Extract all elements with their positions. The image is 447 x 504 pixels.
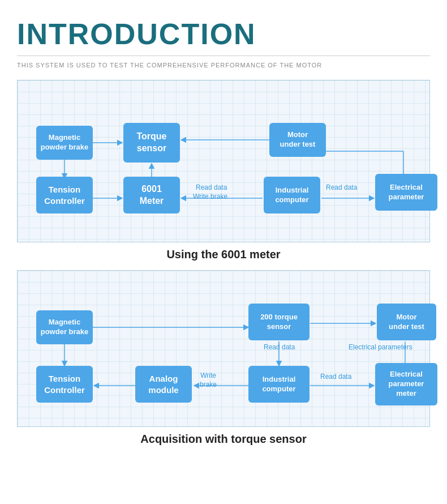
diagram1-section: Magneticpowder brake Torquesensor Motoru…	[17, 80, 430, 242]
page: INTRODUCTION THIS SYSTEM IS USED TO TEST…	[0, 0, 447, 466]
box-magnetic-brake-1: Magneticpowder brake	[36, 126, 93, 160]
box-6001-meter: 6001Meter	[123, 177, 180, 213]
title-divider	[17, 55, 430, 56]
label-read-data-2: Read data	[326, 183, 357, 193]
label-read-data-4: Read data	[320, 373, 351, 382]
box-torque-sensor-1: Torquesensor	[123, 123, 180, 163]
diagram2-wrap: Magneticpowder brake 200 torquesensor Mo…	[26, 282, 421, 418]
box-tension-controller-2: TensionController	[36, 366, 93, 403]
box-tension-controller-1: TensionController	[36, 177, 93, 213]
diagram1-title: Using the 6001 meter	[17, 248, 430, 261]
label-read-data-3: Read data	[264, 343, 295, 352]
box-industrial-computer-2: Industrialcomputer	[248, 366, 310, 403]
box-motor-under-test-2: Motorunder test	[377, 304, 436, 340]
box-electrical-parameter-1: Electricalparameter	[375, 174, 437, 211]
box-magnetic-brake-2: Magneticpowder brake	[36, 310, 93, 344]
label-read-data-1: Read data	[196, 183, 227, 193]
diagram2-title: Acquisition with torque sensor	[17, 433, 430, 446]
box-electrical-parameter-meter: Electricalparametermeter	[375, 363, 437, 405]
diagram1-wrap: Magneticpowder brake Torquesensor Motoru…	[26, 92, 421, 233]
diagram2-section: Magneticpowder brake 200 torquesensor Mo…	[17, 270, 430, 427]
page-title: INTRODUCTION	[17, 17, 430, 51]
box-motor-under-test-1: Motorunder test	[269, 123, 326, 157]
label-write-brake-2: Writebrake	[200, 371, 217, 389]
page-subtitle: THIS SYSTEM IS USED TO TEST THE COMPREHE…	[17, 62, 430, 69]
label-electrical-params: Electrical parameters	[349, 343, 412, 352]
box-200-torque-sensor: 200 torquesensor	[248, 304, 310, 340]
box-analog-module: Analogmodule	[135, 366, 192, 403]
box-industrial-computer-1: Industrialcomputer	[264, 177, 320, 213]
label-write-brake-1: Write brake	[193, 193, 227, 202]
